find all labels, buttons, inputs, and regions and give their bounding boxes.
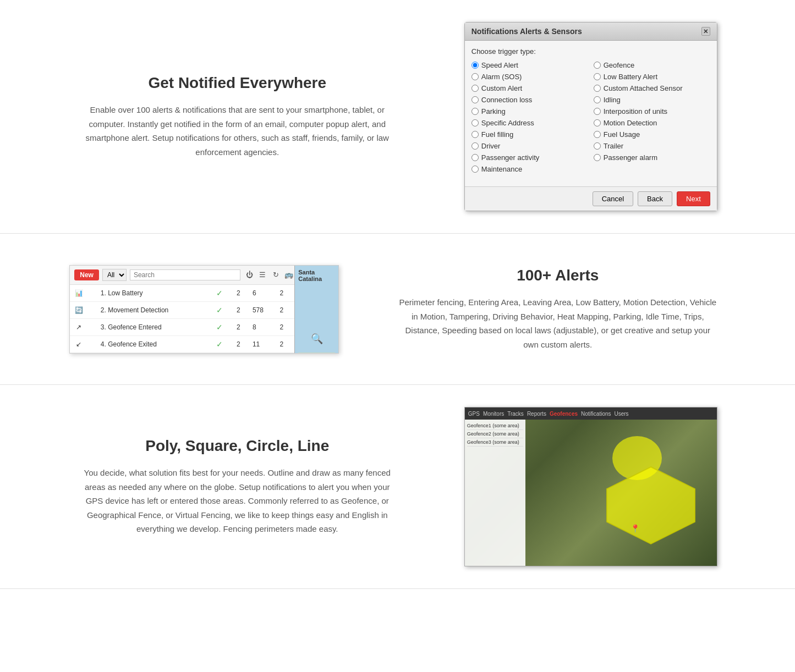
geo-toolbar: GPS Monitors Tracks Reports Geofences No… [465,407,717,420]
row-icon: ↗ [70,318,97,335]
radio-idling[interactable]: Idling [594,96,710,104]
radio-alarm-sos[interactable]: Alarm (SOS) [471,73,588,81]
row-col4: 2 [277,318,293,335]
geofence-heading: Poly, Square, Circle, Line [77,437,398,455]
alerts-description: Perimeter fencing, Entering Area, Leavin… [398,295,719,351]
row-col3: 8 [249,318,277,335]
geo-menu-reports[interactable]: Reports [527,411,546,417]
radio-custom-attached-sensor[interactable]: Custom Attached Sensor [594,84,710,92]
modal-title: Notifications Alerts & Sensors [471,27,582,36]
radio-driver[interactable]: Driver [471,142,588,150]
row-col3: 578 [249,301,277,318]
radio-fuel-filling[interactable]: Fuel filling [471,130,588,139]
radio-low-battery-alert[interactable]: Low Battery Alert [594,73,710,81]
row-col2: 2 [233,318,249,335]
modal-back-button[interactable]: Back [638,191,672,206]
movement-icon: 🔄 [73,305,84,316]
trigger-options-grid: Speed Alert Geofence Alarm (SOS) Low Bat… [471,61,710,173]
modal-title-bar: Notifications Alerts & Sensors ✕ [465,23,717,41]
radio-parking[interactable]: Parking [471,107,588,115]
modal-close-button[interactable]: ✕ [701,27,710,36]
notifications-heading: Get Notified Everywhere [77,74,398,92]
map-pin: 📍 [630,524,640,533]
power-icon[interactable]: ⏻ [244,269,255,280]
geo-menu-monitors[interactable]: Monitors [483,411,504,417]
geo-menu-tracks[interactable]: Tracks [507,411,524,417]
geo-menu-notifications[interactable]: Notifications [581,411,611,417]
row-icon: ↙ [70,335,97,352]
radio-passenger-alarm[interactable]: Passenger alarm [594,153,710,162]
modal-cancel-button[interactable]: Cancel [593,191,633,206]
geo-menu-geofences[interactable]: Geofences [550,411,578,417]
notifications-description: Enable over 100 alerts & notifications t… [77,103,398,159]
row-icon: 📊 [70,285,97,302]
row-col3: 11 [249,335,277,352]
row-icon: 🔄 [70,301,97,318]
new-alert-button[interactable]: New [74,269,99,280]
radio-geofence[interactable]: Geofence [594,61,710,69]
filter-select[interactable]: All [102,269,127,281]
geo-sidebar-item[interactable]: Geofence2 (some area) [467,430,523,438]
row-col2: 2 [233,335,249,352]
radio-speed-alert[interactable]: Speed Alert [471,61,588,69]
alerts-panel-col: New All ⏻ ☰ ↻ 🚌 🔧 ⧉ ✕ 📊 [44,265,365,354]
radio-motion-detection[interactable]: Motion Detection [594,119,710,127]
battery-icon: 📊 [73,288,84,299]
row-name: 3. Geofence Entered [97,318,213,335]
svg-marker-0 [607,467,695,544]
radio-trailer[interactable]: Trailer [594,142,710,150]
geofence-text: Poly, Square, Circle, Line You decide, w… [44,426,431,547]
row-check: ✓ [213,335,233,352]
alerts-heading: 100+ Alerts [398,267,719,284]
vehicle-icon[interactable]: 🚌 [283,269,294,280]
radio-connection-loss[interactable]: Connection loss [471,96,588,104]
geofence-enter-icon: ↗ [73,322,84,333]
radio-specific-address[interactable]: Specific Address [471,119,588,127]
radio-maintenance[interactable]: Maintenance [471,165,588,173]
list-icon[interactable]: ☰ [257,269,268,280]
alerts-panel: New All ⏻ ☰ ↻ 🚌 🔧 ⧉ ✕ 📊 [69,265,339,354]
row-name: 1. Low Battery [97,285,213,302]
notifications-modal-col: Notifications Alerts & Sensors ✕ Choose … [431,22,752,211]
geofence-description: You decide, what solution fits best for … [77,466,398,536]
row-col4: 2 [277,335,293,352]
section-alerts: 100+ Alerts Perimeter fencing, Entering … [0,234,795,385]
section-notifications: Get Notified Everywhere Enable over 100 … [0,0,795,234]
modal-body: Choose trigger type: Speed Alert Geofenc… [465,41,717,186]
row-col2: 2 [233,285,249,302]
row-col3: 6 [249,285,277,302]
notifications-text: Get Notified Everywhere Enable over 100 … [44,63,431,170]
geo-sidebar: Geofence1 (some area) Geofence2 (some ar… [465,420,525,566]
geo-menu-users[interactable]: Users [615,411,629,417]
radio-passenger-activity[interactable]: Passenger activity [471,153,588,162]
map-side-content: Santa Catalina 🔍 + − [295,266,338,354]
row-check: ✓ [213,285,233,302]
radio-empty [594,165,710,173]
row-col2: 2 [233,301,249,318]
geofence-map-col: GPS Monitors Tracks Reports Geofences No… [431,407,752,566]
modal-footer: Cancel Back Next [465,186,717,211]
geofence-map-image: GPS Monitors Tracks Reports Geofences No… [464,407,717,566]
modal-next-button[interactable]: Next [677,191,710,206]
trigger-label: Choose trigger type: [471,47,710,56]
geo-sidebar-item[interactable]: Geofence1 (some area) [467,422,523,430]
radio-custom-alert[interactable]: Custom Alert [471,84,588,92]
radio-interposition[interactable]: Interposition of units [594,107,710,115]
geofence-exit-icon: ↙ [73,339,84,350]
row-col4: 2 [277,285,293,302]
row-check: ✓ [213,318,233,335]
alerts-text: 100+ Alerts Perimeter fencing, Entering … [365,256,752,362]
refresh-icon[interactable]: ↻ [270,269,281,280]
map-side-panel: Santa Catalina 🔍 + − [294,266,338,353]
geo-map-area: Geofence1 (some area) Geofence2 (some ar… [465,420,717,566]
geo-toolbar-label: GPS [468,411,480,417]
row-col4: 2 [277,301,293,318]
geo-sidebar-item[interactable]: Geofence3 (some area) [467,438,523,447]
search-input[interactable] [130,269,240,280]
geo-hexagon-shape [601,461,700,549]
row-name: 2. Movement Detection [97,301,213,318]
row-check: ✓ [213,301,233,318]
section-geofence: Poly, Square, Circle, Line You decide, w… [0,385,795,589]
radio-fuel-usage[interactable]: Fuel Usage [594,130,710,139]
trigger-modal: Notifications Alerts & Sensors ✕ Choose … [464,22,717,211]
